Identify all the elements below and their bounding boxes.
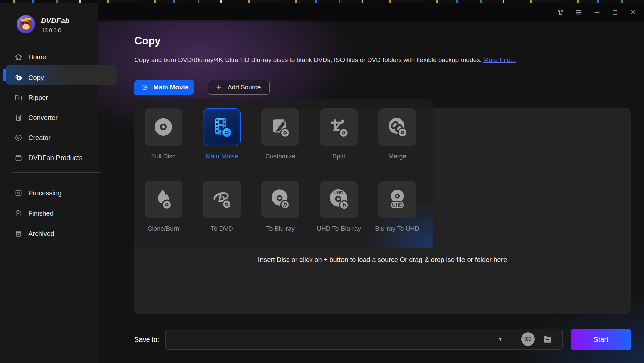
mode-main-movie[interactable]: Main Movie [193,108,251,160]
copy-disc-icon [14,73,23,82]
sidebar-item-processing[interactable]: Processing [0,185,98,201]
close-icon[interactable] [627,7,639,18]
processing-list-icon [14,189,23,197]
sidebar-item-label: Archived [28,230,54,238]
disc-to-bluray-icon[interactable]: b [261,181,299,218]
app-version: 13.0.0.0 [42,28,61,34]
tab-label: Add Source [228,84,261,91]
uhd-disc-to-bluray-icon[interactable]: UHD b [320,181,358,218]
full-disc-icon[interactable] [145,108,182,146]
save-path-field[interactable]: ▼ ISO [165,329,563,350]
sidebar-item-home[interactable]: Home [0,49,98,65]
more-info-link[interactable]: More Info... [483,56,516,63]
bluray-logo-disc-icon[interactable]: b [203,181,241,218]
svg-text:b: b [342,202,346,209]
svg-text:UHD: UHD [392,202,403,208]
description-text: Copy and burn DVD/Blu-ray/4K Ultra HD Bl… [134,56,482,63]
tab-add-source[interactable]: Add Source [208,80,270,95]
home-icon [14,53,23,61]
main-movie-film-icon[interactable] [203,108,241,146]
sidebar-item-label: DVDFab Products [28,154,82,162]
sidebar-item-label: Copy [28,74,44,82]
mode-split[interactable]: Split [310,108,368,160]
mode-to-blu-ray[interactable]: b To Blu-ray [251,181,310,232]
creator-disc-icon [14,133,23,142]
copy-mode-grid: Full Disc Main [134,99,433,248]
page-title: Copy [134,35,161,47]
dvdfab-window: DVDFab 13.0.0.0 Home Copy [0,3,644,363]
maximize-icon[interactable] [609,7,621,18]
sidebar-divider [13,172,101,173]
sidebar-item-copy[interactable]: Copy [0,70,98,86]
customize-pencil-disc-icon[interactable] [261,108,299,146]
page-description: Copy and burn DVD/Blu-ray/4K Ultra HD Bl… [134,56,516,64]
ripper-folder-icon [14,93,23,102]
mode-customize[interactable]: Customize [251,108,310,160]
finished-clipboard-icon [14,209,23,218]
mode-full-disc[interactable]: Full Disc [134,108,193,160]
sidebar-item-ripper[interactable]: Ripper [0,90,98,106]
dvdfab-monkey-logo [17,15,35,33]
screen-artifact-strip [0,0,644,3]
iso-output-button[interactable]: ISO [521,332,535,346]
plus-icon [215,84,222,91]
svg-text:b: b [283,201,287,208]
save-bar: Save to: ▼ ISO Start [134,328,631,351]
field-divider [514,332,514,346]
sidebar-item-label: Creator [28,134,51,142]
tab-main-movie[interactable]: Main Movie [134,80,194,95]
mode-clone-burn[interactable]: Clone/Burn [134,181,193,232]
merge-link-disc-icon[interactable] [378,108,416,146]
main-movie-tab-icon [141,84,149,91]
brand-name: DVDFab [41,17,70,25]
sidebar-item-label: Finished [28,210,54,217]
sidebar-item-creator[interactable]: Creator [0,130,98,146]
save-to-label: Save to: [134,328,159,351]
sidebar-item-label: Home [28,53,46,61]
sidebar-item-converter[interactable]: Converter [0,109,98,126]
drop-zone-message: Insert Disc or click on + button to load… [134,256,631,264]
sidebar-item-finished[interactable]: Finished [0,205,98,221]
sidebar-item-dvdfab-products[interactable]: DVDFab Products [0,150,98,166]
save-path-input[interactable] [170,330,488,349]
mode-uhd-to-blu-ray[interactable]: UHD b UHD To Blu-ray [310,181,368,232]
mode-merge[interactable]: Merge [368,108,427,160]
mode-blu-ray-to-uhd[interactable]: UHD Blu-ray To UHD [368,181,427,232]
sidebar-item-label: Converter [28,114,58,122]
converter-film-icon [14,113,23,122]
mode-to-dvd[interactable]: b To DVD [193,181,251,232]
sidebar-item-label: Processing [28,189,62,197]
sidebar-item-archived[interactable]: Archived [0,226,98,242]
folder-output-icon[interactable] [541,334,554,345]
clone-burn-flame-disc-icon[interactable] [145,181,182,218]
split-crop-disc-icon[interactable] [320,108,358,146]
bluray-disc-to-uhd-icon[interactable]: UHD [378,181,416,218]
sidebar-item-label: Ripper [28,94,48,102]
start-button[interactable]: Start [571,329,631,350]
theme-tshirt-icon[interactable] [555,7,566,18]
svg-text:UHD: UHD [333,190,344,195]
products-box-icon [14,153,23,162]
chevron-down-icon[interactable]: ▼ [494,329,507,349]
minimize-icon[interactable] [591,7,603,18]
menu-hamburger-icon[interactable] [573,7,585,18]
archived-box-icon [14,229,23,238]
tab-label: Main Movie [153,84,188,91]
sidebar: DVDFab 13.0.0.0 Home Copy [0,3,98,363]
